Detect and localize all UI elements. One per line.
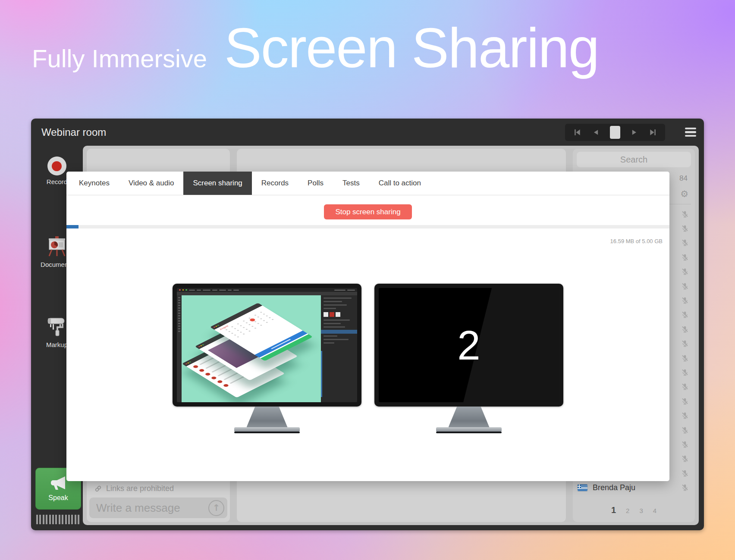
page-2[interactable]: 2	[626, 507, 629, 514]
page-3[interactable]: 3	[639, 507, 643, 514]
mic-off-icon[interactable]	[681, 297, 689, 304]
page-background: Fully Immersive Screen Sharing Webinar r…	[0, 0, 735, 560]
hero-title-small: Fully Immersive	[32, 44, 207, 73]
message-box: ↑	[89, 497, 227, 518]
step-forward-icon[interactable]	[629, 126, 639, 139]
mic-off-icon[interactable]	[681, 397, 689, 405]
mic-off-icon[interactable]	[681, 225, 689, 232]
upload-progress-bar	[66, 225, 669, 228]
pagination: 1234	[577, 500, 691, 522]
search-input[interactable]: Search	[577, 152, 691, 167]
menu-icon[interactable]	[685, 128, 696, 137]
skip-to-end-icon[interactable]	[648, 126, 658, 139]
markup-label: Markup	[46, 341, 68, 348]
mic-off-icon[interactable]	[681, 210, 689, 218]
mic-off-icon[interactable]	[681, 426, 689, 434]
photoshop-toolbar	[177, 295, 182, 402]
mic-off-icon[interactable]	[681, 469, 689, 477]
monitor-base	[234, 427, 300, 432]
participant-row[interactable]: Brenda Paju	[577, 480, 691, 494]
monitor-stand	[449, 407, 490, 427]
mic-off-icon[interactable]	[681, 484, 689, 491]
documents-icon	[46, 235, 68, 258]
mic-off-icon[interactable]	[681, 239, 689, 247]
mic-off-icon[interactable]	[681, 311, 689, 319]
mic-off-icon[interactable]	[681, 441, 689, 448]
monitor-base	[436, 427, 502, 432]
upload-progress-fill	[66, 225, 79, 228]
shared-screen-1[interactable]: August	[173, 284, 361, 433]
shared-screens: August	[66, 284, 669, 433]
mic-off-icon[interactable]	[681, 383, 689, 391]
record-icon	[47, 156, 66, 175]
tab-tests[interactable]: Tests	[333, 172, 369, 195]
megaphone-icon	[50, 476, 67, 492]
stop-screen-sharing-button[interactable]: Stop screen sharing	[324, 204, 411, 219]
mic-off-icon[interactable]	[681, 340, 689, 347]
screen-number-label: 2	[457, 322, 480, 369]
window-title: Webinar room	[41, 126, 106, 138]
mic-off-icon[interactable]	[681, 282, 689, 290]
tab-video-audio[interactable]: Video & audio	[119, 172, 184, 195]
link-icon	[94, 485, 102, 492]
markup-icon	[46, 316, 68, 338]
mic-off-icon[interactable]	[681, 268, 689, 275]
monitor-base-shadow	[436, 432, 502, 433]
monitor-base-shadow	[234, 432, 300, 433]
tab-records[interactable]: Records	[252, 172, 298, 195]
links-prohibited-row: Links are prohibited	[87, 480, 230, 497]
page-4[interactable]: 4	[653, 507, 656, 514]
mic-off-icon[interactable]	[681, 325, 689, 333]
speak-label: Speak	[48, 494, 68, 502]
greece-flag-icon	[578, 485, 587, 491]
hero-title-large: Screen Sharing	[224, 16, 599, 80]
message-input[interactable]	[96, 501, 208, 515]
tab-call-to-action[interactable]: Call to action	[369, 172, 430, 195]
mic-off-icon[interactable]	[681, 412, 689, 419]
record-label: Record	[47, 178, 67, 185]
photoshop-screen: August	[177, 288, 357, 402]
mic-off-icon[interactable]	[681, 354, 689, 362]
gear-icon[interactable]: ⚙	[680, 190, 688, 199]
tab-polls[interactable]: Polls	[298, 172, 333, 195]
photoshop-options-bar	[177, 292, 357, 295]
skip-to-start-icon[interactable]	[572, 126, 582, 139]
black-screen: 2	[379, 288, 559, 402]
dialog-body: Stop screen sharing 16.59 MB of 5.00 GB	[66, 195, 669, 433]
tab-screen-sharing[interactable]: Screen sharing	[183, 172, 251, 195]
playback-controls	[565, 124, 665, 141]
hero-title: Fully Immersive Screen Sharing	[32, 16, 599, 80]
page-1[interactable]: 1	[611, 505, 616, 515]
send-message-button[interactable]: ↑	[208, 500, 224, 516]
dialog-tabs: KeynotesVideo & audioScreen sharingRecor…	[66, 172, 669, 195]
tab-keynotes[interactable]: Keynotes	[69, 172, 119, 195]
mic-off-icon[interactable]	[681, 253, 689, 261]
participant-name: Brenda Paju	[593, 483, 635, 492]
window-header: Webinar room	[31, 119, 704, 146]
monitor-stand	[247, 407, 288, 427]
shared-screen-2[interactable]: 2	[374, 284, 563, 433]
photoshop-panels	[321, 295, 357, 402]
settings-dialog: KeynotesVideo & audioScreen sharingRecor…	[66, 172, 669, 481]
storage-usage-text: 16.59 MB of 5.00 GB	[610, 238, 663, 244]
mic-off-icon[interactable]	[681, 369, 689, 376]
audio-level-meter	[36, 515, 79, 524]
photoshop-menubar	[177, 288, 357, 292]
step-back-icon[interactable]	[591, 126, 601, 139]
photoshop-canvas: August	[182, 295, 321, 402]
links-prohibited-label: Links are prohibited	[106, 484, 174, 493]
mic-off-icon[interactable]	[681, 455, 689, 463]
stop-icon[interactable]	[610, 126, 620, 139]
markup-button[interactable]: Markup	[46, 316, 68, 348]
record-button[interactable]: Record	[47, 156, 67, 185]
